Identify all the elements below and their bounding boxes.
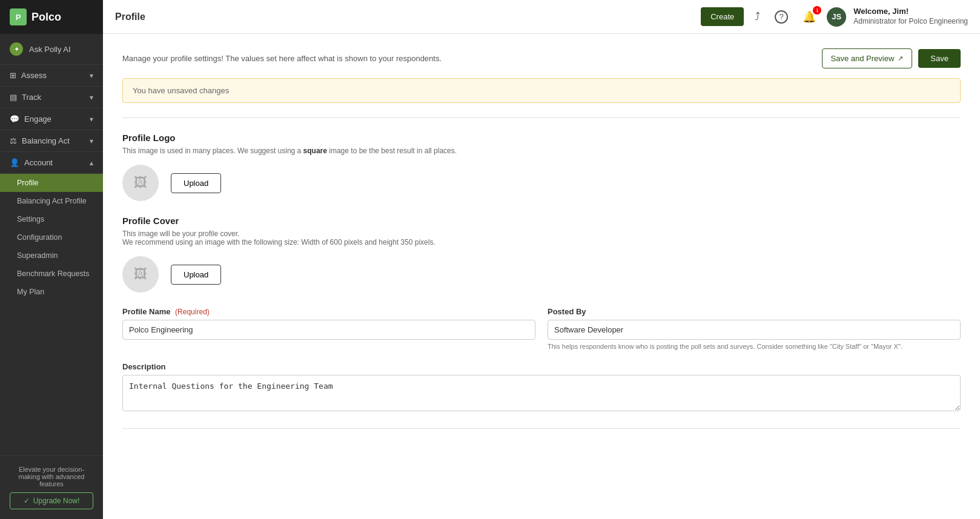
divider-2 [122,428,961,429]
header: Profile Create ⤴ ? 🔔 1 JS Welcome, Jim! … [103,0,980,34]
sidebar-sub-benchmark-requests[interactable]: Benchmark Requests [0,265,103,283]
checkmark-icon: ✓ [24,497,30,505]
posted-by-label: Posted By [548,307,961,316]
sidebar-sub-balancing-act-profile[interactable]: Balancing Act Profile [0,192,103,210]
upgrade-now-button[interactable]: ✓ Upgrade Now! [10,492,93,509]
description-section: Description Internal Questions for the E… [122,362,961,414]
top-actions: Save and Preview ↗ Save [822,48,961,68]
sidebar-item-balancing-act-label: Balancing Act [22,136,70,145]
save-button[interactable]: Save [918,49,961,68]
logo: P Polco [0,0,103,34]
posted-by-group: Posted By This helps respondents know wh… [548,307,961,350]
profile-cover-section: Profile Cover This image will be your pr… [122,216,961,293]
cover-upload-button[interactable]: Upload [171,265,221,285]
user-avatar[interactable]: JS [827,7,846,27]
logo-upload-button[interactable]: Upload [171,173,221,193]
content-header: Manage your profile settings! The values… [122,48,961,68]
sidebar-sub-settings[interactable]: Settings [0,210,103,228]
sidebar-item-balancing-act[interactable]: ⚖ Balancing Act [0,130,103,152]
balancing-act-chevron-icon [90,136,93,145]
account-icon: 👤 [10,158,19,167]
main-area: Profile Create ⤴ ? 🔔 1 JS Welcome, Jim! … [103,0,980,519]
external-link-icon: ↗ [898,55,903,62]
welcome-text: Welcome, Jim! [853,7,968,17]
balancing-act-icon: ⚖ [10,136,17,145]
description-label: Description [122,362,961,371]
cover-image-icon: 🖼 [134,266,147,282]
sidebar-item-account[interactable]: 👤 Account ▴ [0,152,103,174]
notifications-button[interactable]: 🔔 1 [799,8,819,26]
required-label: (Required) [175,308,210,316]
cover-image-placeholder: 🖼 [122,256,159,293]
assess-chevron-icon [90,71,93,80]
save-preview-label: Save and Preview [831,54,895,63]
ask-polly-label: Ask Polly AI [29,45,71,54]
upgrade-btn-label: Upgrade Now! [33,497,80,505]
help-button[interactable]: ? [771,8,792,26]
sidebar-item-track-label: Track [22,93,41,102]
content-area: Manage your profile settings! The values… [103,34,980,519]
divider-1 [122,117,961,118]
notification-badge: 1 [813,6,821,15]
help-icon: ? [775,10,788,24]
content-description: Manage your profile settings! The values… [122,54,442,63]
profile-name-label: Profile Name (Required) [122,307,535,316]
logo-upload-area: 🖼 Upload [122,165,961,201]
profile-logo-desc: This image is used in many places. We su… [122,147,961,155]
sidebar-item-account-label: Account [24,158,53,167]
account-chevron-icon: ▴ [90,159,93,167]
engage-chevron-icon [90,114,93,124]
profile-cover-desc: This image will be your profile cover. W… [122,230,961,246]
description-textarea[interactable]: Internal Questions for the Engineering T… [122,375,961,411]
save-preview-button[interactable]: Save and Preview ↗ [822,48,913,68]
engage-icon: 💬 [10,114,19,124]
sidebar-item-assess[interactable]: ⊞ Assess [0,65,103,87]
logo-text: Polco [31,11,61,24]
user-info: Welcome, Jim! Administrator for Polco En… [853,7,968,26]
posted-by-input[interactable] [548,320,961,340]
sidebar-sub-superadmin[interactable]: Superadmin [0,246,103,265]
track-chevron-icon [90,93,93,102]
sidebar-sub-configuration[interactable]: Configuration [0,228,103,246]
profile-cover-title: Profile Cover [122,216,961,226]
sidebar-item-assess-label: Assess [21,71,47,80]
share-button[interactable]: ⤴ [751,8,764,25]
sidebar-item-engage-label: Engage [24,114,51,124]
upgrade-section: Elevate your decision-making with advanc… [0,455,103,519]
logo-icon: P [10,8,27,25]
logo-image-placeholder: 🖼 [122,165,159,201]
name-postedby-row: Profile Name (Required) Posted By This h… [122,307,961,350]
profile-name-input[interactable] [122,320,535,340]
sidebar-sub-profile[interactable]: Profile [0,174,103,192]
create-button[interactable]: Create [701,7,744,26]
ask-polly-icon: ✦ [10,42,23,56]
profile-logo-section: Profile Logo This image is used in many … [122,133,961,201]
profile-name-group: Profile Name (Required) [122,307,535,350]
unsaved-changes-banner: You have unsaved changes [122,78,961,103]
sidebar-item-track[interactable]: ▤ Track [0,87,103,108]
sidebar: P Polco ✦ Ask Polly AI ⊞ Assess ▤ Track … [0,0,103,519]
sidebar-sub-my-plan[interactable]: My Plan [0,283,103,301]
sidebar-item-engage[interactable]: 💬 Engage [0,108,103,130]
cover-upload-area: 🖼 Upload [122,256,961,293]
image-icon: 🖼 [134,175,147,191]
user-role: Administrator for Polco Engineering [853,17,968,25]
page-title: Profile [115,12,694,22]
sidebar-item-ask-polly[interactable]: ✦ Ask Polly AI [0,34,103,65]
upgrade-text: Elevate your decision-making with advanc… [10,466,93,488]
share-icon: ⤴ [755,10,760,23]
profile-logo-title: Profile Logo [122,133,961,143]
posted-by-hint: This helps respondents know who is posti… [548,343,961,350]
track-icon: ▤ [10,93,17,102]
assess-icon: ⊞ [10,71,16,80]
